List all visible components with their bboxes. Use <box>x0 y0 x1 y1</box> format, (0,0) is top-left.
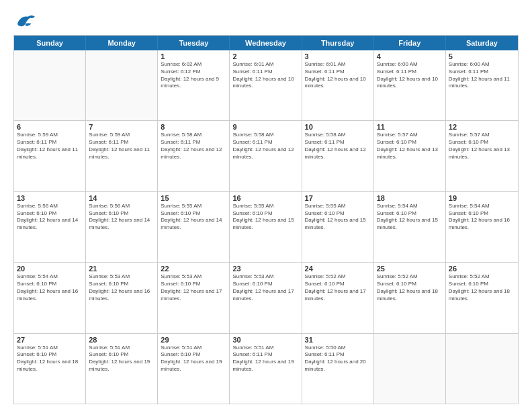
calendar-row-1: 1Sunrise: 6:02 AM Sunset: 6:12 PM Daylig… <box>14 50 518 120</box>
day-cell-18: 18Sunrise: 5:54 AM Sunset: 6:10 PM Dayli… <box>374 192 446 262</box>
day-info: Sunrise: 6:00 AM Sunset: 6:11 PM Dayligh… <box>377 61 443 90</box>
day-info: Sunrise: 5:57 AM Sunset: 6:10 PM Dayligh… <box>377 132 443 161</box>
day-info: Sunrise: 5:55 AM Sunset: 6:10 PM Dayligh… <box>161 203 226 232</box>
calendar: SundayMondayTuesdayWednesdayThursdayFrid… <box>13 35 519 404</box>
day-number: 12 <box>449 123 515 131</box>
calendar-row-3: 13Sunrise: 5:56 AM Sunset: 6:10 PM Dayli… <box>14 191 518 262</box>
day-number: 31 <box>305 336 371 344</box>
day-cell-2: 2Sunrise: 6:01 AM Sunset: 6:11 PM Daylig… <box>230 50 302 120</box>
day-info: Sunrise: 5:53 AM Sunset: 6:10 PM Dayligh… <box>232 273 298 302</box>
day-info: Sunrise: 5:51 AM Sunset: 6:11 PM Dayligh… <box>232 345 298 373</box>
day-cell-20: 20Sunrise: 5:54 AM Sunset: 6:10 PM Dayli… <box>14 263 86 332</box>
day-cell-26: 26Sunrise: 5:52 AM Sunset: 6:10 PM Dayli… <box>446 263 518 332</box>
day-cell-8: 8Sunrise: 5:58 AM Sunset: 6:11 PM Daylig… <box>158 121 230 191</box>
day-cell-14: 14Sunrise: 5:56 AM Sunset: 6:10 PM Dayli… <box>86 192 158 262</box>
day-cell-13: 13Sunrise: 5:56 AM Sunset: 6:10 PM Dayli… <box>14 192 86 262</box>
day-number: 13 <box>17 194 83 202</box>
day-number: 3 <box>305 52 371 60</box>
day-info: Sunrise: 5:50 AM Sunset: 6:11 PM Dayligh… <box>305 345 371 373</box>
calendar-row-4: 20Sunrise: 5:54 AM Sunset: 6:10 PM Dayli… <box>14 262 518 332</box>
day-info: Sunrise: 5:53 AM Sunset: 6:10 PM Dayligh… <box>161 273 226 302</box>
day-info: Sunrise: 5:52 AM Sunset: 6:10 PM Dayligh… <box>449 273 515 302</box>
weekday-header-friday: Friday <box>374 36 446 50</box>
day-cell-5: 5Sunrise: 6:00 AM Sunset: 6:11 PM Daylig… <box>446 50 518 120</box>
day-info: Sunrise: 5:54 AM Sunset: 6:10 PM Dayligh… <box>377 203 443 232</box>
calendar-header: SundayMondayTuesdayWednesdayThursdayFrid… <box>14 36 518 50</box>
weekday-header-monday: Monday <box>86 36 158 50</box>
day-number: 8 <box>161 123 226 131</box>
day-info: Sunrise: 6:01 AM Sunset: 6:11 PM Dayligh… <box>232 61 298 90</box>
calendar-row-2: 6Sunrise: 5:59 AM Sunset: 6:11 PM Daylig… <box>14 120 518 191</box>
day-number: 9 <box>232 123 298 131</box>
day-cell-15: 15Sunrise: 5:55 AM Sunset: 6:10 PM Dayli… <box>158 192 230 262</box>
day-info: Sunrise: 5:58 AM Sunset: 6:11 PM Dayligh… <box>305 132 371 161</box>
day-number: 24 <box>305 265 371 273</box>
weekday-header-sunday: Sunday <box>14 36 86 50</box>
day-cell-21: 21Sunrise: 5:53 AM Sunset: 6:10 PM Dayli… <box>86 263 158 332</box>
day-number: 25 <box>377 265 443 273</box>
empty-cell <box>14 50 86 120</box>
day-cell-29: 29Sunrise: 5:51 AM Sunset: 6:10 PM Dayli… <box>158 334 230 404</box>
day-info: Sunrise: 5:52 AM Sunset: 6:10 PM Dayligh… <box>377 273 443 302</box>
day-info: Sunrise: 5:55 AM Sunset: 6:10 PM Dayligh… <box>305 203 371 232</box>
day-info: Sunrise: 6:02 AM Sunset: 6:12 PM Dayligh… <box>161 61 226 90</box>
day-info: Sunrise: 5:59 AM Sunset: 6:11 PM Dayligh… <box>89 132 154 161</box>
header <box>13 11 519 30</box>
day-cell-30: 30Sunrise: 5:51 AM Sunset: 6:11 PM Dayli… <box>230 334 302 404</box>
day-cell-27: 27Sunrise: 5:51 AM Sunset: 6:10 PM Dayli… <box>14 334 86 404</box>
day-number: 5 <box>449 52 515 60</box>
day-info: Sunrise: 5:51 AM Sunset: 6:10 PM Dayligh… <box>89 345 154 373</box>
day-number: 29 <box>161 336 226 344</box>
day-number: 6 <box>17 123 83 131</box>
day-cell-22: 22Sunrise: 5:53 AM Sunset: 6:10 PM Dayli… <box>158 263 230 332</box>
day-cell-16: 16Sunrise: 5:55 AM Sunset: 6:10 PM Dayli… <box>230 192 302 262</box>
day-cell-19: 19Sunrise: 5:54 AM Sunset: 6:10 PM Dayli… <box>446 192 518 262</box>
calendar-body: 1Sunrise: 6:02 AM Sunset: 6:12 PM Daylig… <box>14 50 518 404</box>
day-number: 1 <box>161 52 226 60</box>
day-info: Sunrise: 5:51 AM Sunset: 6:10 PM Dayligh… <box>161 345 226 373</box>
day-number: 18 <box>377 194 443 202</box>
logo-bird-icon <box>13 11 38 30</box>
weekday-header-tuesday: Tuesday <box>158 36 230 50</box>
day-number: 23 <box>232 265 298 273</box>
day-number: 10 <box>305 123 371 131</box>
day-number: 22 <box>161 265 226 273</box>
day-number: 30 <box>232 336 298 344</box>
day-cell-11: 11Sunrise: 5:57 AM Sunset: 6:10 PM Dayli… <box>374 121 446 191</box>
day-info: Sunrise: 5:56 AM Sunset: 6:10 PM Dayligh… <box>17 203 83 232</box>
day-info: Sunrise: 5:51 AM Sunset: 6:10 PM Dayligh… <box>17 345 83 373</box>
day-number: 7 <box>89 123 154 131</box>
page: SundayMondayTuesdayWednesdayThursdayFrid… <box>0 0 532 411</box>
day-cell-23: 23Sunrise: 5:53 AM Sunset: 6:10 PM Dayli… <box>230 263 302 332</box>
day-cell-1: 1Sunrise: 6:02 AM Sunset: 6:12 PM Daylig… <box>158 50 230 120</box>
day-info: Sunrise: 5:52 AM Sunset: 6:10 PM Dayligh… <box>305 273 371 302</box>
day-info: Sunrise: 5:56 AM Sunset: 6:10 PM Dayligh… <box>89 203 154 232</box>
day-cell-24: 24Sunrise: 5:52 AM Sunset: 6:10 PM Dayli… <box>302 263 374 332</box>
logo <box>13 11 40 30</box>
day-number: 28 <box>89 336 154 344</box>
day-cell-9: 9Sunrise: 5:58 AM Sunset: 6:11 PM Daylig… <box>230 121 302 191</box>
day-number: 17 <box>305 194 371 202</box>
day-number: 26 <box>449 265 515 273</box>
day-cell-17: 17Sunrise: 5:55 AM Sunset: 6:10 PM Dayli… <box>302 192 374 262</box>
day-cell-28: 28Sunrise: 5:51 AM Sunset: 6:10 PM Dayli… <box>86 334 158 404</box>
day-cell-25: 25Sunrise: 5:52 AM Sunset: 6:10 PM Dayli… <box>374 263 446 332</box>
day-number: 16 <box>232 194 298 202</box>
day-cell-10: 10Sunrise: 5:58 AM Sunset: 6:11 PM Dayli… <box>302 121 374 191</box>
day-number: 2 <box>232 52 298 60</box>
day-info: Sunrise: 6:01 AM Sunset: 6:11 PM Dayligh… <box>305 61 371 90</box>
day-info: Sunrise: 5:54 AM Sunset: 6:10 PM Dayligh… <box>17 273 83 302</box>
day-info: Sunrise: 5:58 AM Sunset: 6:11 PM Dayligh… <box>232 132 298 161</box>
day-number: 11 <box>377 123 443 131</box>
day-cell-3: 3Sunrise: 6:01 AM Sunset: 6:11 PM Daylig… <box>302 50 374 120</box>
empty-cell <box>446 334 518 404</box>
day-number: 21 <box>89 265 154 273</box>
day-info: Sunrise: 5:58 AM Sunset: 6:11 PM Dayligh… <box>161 132 226 161</box>
day-number: 20 <box>17 265 83 273</box>
day-cell-4: 4Sunrise: 6:00 AM Sunset: 6:11 PM Daylig… <box>374 50 446 120</box>
day-number: 4 <box>377 52 443 60</box>
day-info: Sunrise: 5:59 AM Sunset: 6:11 PM Dayligh… <box>17 132 83 161</box>
day-number: 14 <box>89 194 154 202</box>
day-cell-7: 7Sunrise: 5:59 AM Sunset: 6:11 PM Daylig… <box>86 121 158 191</box>
weekday-header-thursday: Thursday <box>302 36 374 50</box>
